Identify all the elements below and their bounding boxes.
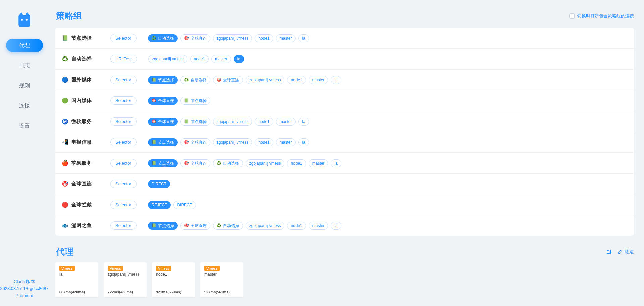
group-type-pill[interactable]: Selector	[110, 221, 137, 230]
proxy-pill[interactable]: la	[331, 159, 341, 167]
proxy-pill[interactable]: la	[331, 222, 341, 230]
proxy-pill[interactable]: zgojapaniij vmess	[213, 118, 252, 126]
proxy-pill[interactable]: node1	[287, 159, 306, 167]
protocol-tag: Vmess	[108, 266, 123, 271]
proxy-pill[interactable]: 📗节点选择	[180, 97, 210, 105]
proxy-pill[interactable]: zgojapaniij vmess	[213, 34, 252, 42]
proxy-pill[interactable]: 📗节点选择	[148, 76, 178, 84]
toggle-label: 切换时打断包含策略组的连接	[577, 13, 634, 19]
proxy-pill[interactable]: ♻️自动选择	[180, 76, 210, 84]
proxy-card[interactable]: Vmessmaster927ms(561ms)	[200, 262, 243, 297]
proxy-card[interactable]: Vmessnode1921ms(559ms)	[152, 262, 195, 297]
proxy-emoji-icon: 🎯	[184, 161, 189, 165]
proxy-pill[interactable]: master	[309, 222, 328, 230]
proxy-pill[interactable]: node1	[255, 34, 273, 42]
group-type-pill[interactable]: Selector	[110, 76, 137, 84]
version-value: 2023.08.17-13-gdcc8d87	[0, 285, 49, 292]
nav-item-3[interactable]: 连接	[6, 99, 43, 113]
group-name: 国内媒体	[71, 97, 92, 104]
proxy-pill[interactable]: zgojapaniij vmess	[246, 76, 285, 84]
proxy-pill[interactable]: 🎯全球直连	[148, 97, 178, 105]
proxy-pill[interactable]: node1	[287, 222, 306, 230]
group-head: Ⓜ️微软服务	[62, 118, 106, 125]
proxy-pill[interactable]: 🎯全球直连	[148, 118, 178, 126]
group-head: 🟢国内媒体	[62, 97, 106, 104]
proxy-emoji-icon: 🎯	[184, 140, 189, 144]
proxy-pill[interactable]: 🎯全球直连	[213, 76, 243, 84]
proxy-pill[interactable]: la	[331, 76, 341, 84]
nav-item-1[interactable]: 日志	[6, 59, 43, 72]
proxy-pill-label: 全球直连	[191, 35, 207, 41]
proxy-pill[interactable]: zgojapaniij vmess	[213, 138, 252, 146]
group-type-pill[interactable]: Selector	[110, 138, 137, 146]
sidebar-version: Clash 版本 2023.08.17-13-gdcc8d87 Premium	[0, 278, 49, 299]
proxy-emoji-icon: 🎯	[217, 78, 221, 82]
proxy-card[interactable]: Vmessla687ms(420ms)	[55, 262, 98, 297]
proxy-pill[interactable]: master	[309, 76, 328, 84]
nav-item-4[interactable]: 设置	[6, 119, 43, 133]
group-name: 电报信息	[71, 139, 92, 145]
proxy-pill[interactable]: ♻️自动选择	[213, 159, 243, 167]
proxy-pill[interactable]: node1	[255, 118, 273, 126]
proxy-pill[interactable]: 🎯全球直连	[180, 159, 210, 167]
group-type-pill[interactable]: Selector	[110, 34, 137, 42]
proxy-pill[interactable]: node1	[287, 76, 306, 84]
proxy-card[interactable]: Vmesszgojapaniij vmess722ms(438ms)	[104, 262, 147, 297]
proxy-latency: 927ms(561ms)	[204, 290, 239, 294]
group-type-pill[interactable]: Selector	[110, 159, 137, 167]
proxy-pill[interactable]: master	[276, 34, 296, 42]
proxy-pill[interactable]: 🎯全球直连	[180, 34, 210, 42]
proxy-pill-label: master	[312, 77, 325, 83]
proxy-pill-label: 自动选择	[191, 77, 207, 83]
proxies-actions: 测速	[606, 249, 634, 255]
speed-test-button[interactable]: 测速	[618, 249, 634, 255]
proxy-pill[interactable]: 🎯全球直连	[180, 222, 210, 230]
proxy-pill-label: zgojapaniij vmess	[217, 35, 249, 41]
proxy-pill[interactable]: la	[298, 138, 309, 146]
policy-group-row: 🍎苹果服务Selector📗节点选择🎯全球直连♻️自动选择zgojapaniij…	[55, 153, 634, 174]
group-type-pill[interactable]: Selector	[110, 117, 137, 126]
protocol-tag: Vmess	[156, 266, 171, 271]
proxy-pill[interactable]: la	[298, 118, 309, 126]
proxy-pill[interactable]: la	[234, 55, 244, 63]
group-type-pill[interactable]: Selector	[110, 201, 137, 209]
group-type-pill[interactable]: URLTest	[110, 55, 137, 63]
proxy-pill[interactable]: zgojapaniij vmess	[246, 222, 285, 230]
proxy-pill[interactable]: master	[276, 138, 296, 146]
target-icon: 🎯	[62, 181, 68, 187]
red-dot-icon: 🔴	[62, 202, 68, 208]
sort-icon[interactable]	[606, 249, 612, 255]
break-connections-toggle[interactable]: 切换时打断包含策略组的连接	[569, 13, 634, 19]
proxy-pill-label: 节点选择	[158, 77, 174, 83]
rocket-icon	[618, 249, 623, 255]
proxy-pill-label: node1	[258, 119, 269, 125]
group-type-pill[interactable]: Selector	[110, 180, 137, 188]
proxy-pill[interactable]: DIRECT	[173, 201, 196, 209]
proxy-pill[interactable]: ♻️自动选择	[148, 34, 178, 42]
proxy-pill[interactable]: REJECT	[148, 201, 171, 209]
proxy-pill[interactable]: master	[309, 159, 328, 167]
proxy-pill[interactable]: ♻️自动选择	[213, 222, 243, 230]
proxy-pill[interactable]: 📗节点选择	[148, 159, 178, 167]
proxy-pill[interactable]: master	[276, 118, 296, 126]
proxy-pill[interactable]: 🎯全球直连	[180, 138, 210, 146]
proxy-pill[interactable]: zgojapaniij vmess	[246, 159, 285, 167]
proxy-pill[interactable]: 📗节点选择	[180, 118, 210, 126]
proxy-pill-label: 全球直连	[223, 77, 239, 83]
proxy-pill[interactable]: 📗节点选择	[148, 138, 178, 146]
proxy-pill[interactable]: node1	[255, 138, 273, 146]
group-type-pill[interactable]: Selector	[110, 96, 137, 105]
nav-item-0[interactable]: 代理	[6, 39, 43, 52]
proxy-pill[interactable]: master	[211, 55, 231, 63]
proxy-pill[interactable]: node1	[190, 55, 209, 63]
proxy-pill[interactable]: DIRECT	[148, 180, 170, 188]
proxy-list: zgojapaniij vmessnode1masterla	[148, 55, 244, 63]
proxy-emoji-icon: 🎯	[152, 99, 156, 102]
proxy-emoji-icon: ♻️	[217, 161, 221, 165]
proxy-pill[interactable]: 📗节点选择	[148, 222, 178, 230]
proxy-name: node1	[156, 272, 191, 277]
proxy-emoji-icon: 📗	[184, 99, 189, 102]
proxy-pill[interactable]: zgojapaniij vmess	[148, 55, 187, 63]
proxy-pill[interactable]: la	[298, 34, 309, 42]
nav-item-2[interactable]: 规则	[6, 79, 43, 92]
